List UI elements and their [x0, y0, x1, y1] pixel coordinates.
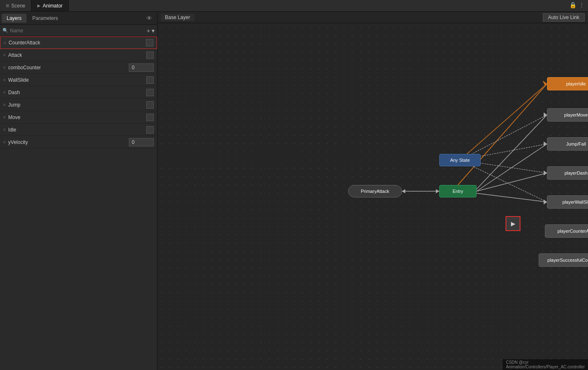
drag-handle: ≡ — [3, 115, 6, 119]
left-panel: Layers Parameters 👁 🔍 + ▾ ≡ CounterAttac… — [0, 12, 157, 370]
svg-line-6 — [477, 144, 547, 191]
svg-marker-7 — [544, 141, 547, 146]
svg-marker-9 — [544, 170, 547, 175]
node-player-counter-attack[interactable]: playerCounterAttack — [545, 224, 588, 238]
svg-line-0 — [458, 84, 547, 185]
param-move[interactable]: ≡ Move — [0, 111, 157, 124]
layers-tab[interactable]: Layers — [2, 14, 27, 23]
window-controls: 🔒 ⋮ — [569, 2, 585, 8]
arrow-icon-left: ▶ — [511, 220, 515, 227]
node-player-dash[interactable]: playerDash — [547, 166, 588, 180]
main-layout: Layers Parameters 👁 🔍 + ▾ ≡ CounterAttac… — [0, 12, 588, 370]
param-bool-value[interactable] — [146, 89, 154, 96]
param-y-velocity[interactable]: ≡ yVelocity 0 — [0, 136, 157, 148]
animator-tab[interactable]: ▶ Animator — [31, 0, 69, 11]
footer: CSDN @cyr Animation/Controllers/Player_A… — [503, 359, 588, 370]
auto-live-link-button[interactable]: Auto Live Link — [543, 13, 585, 22]
param-bool-value[interactable] — [146, 76, 154, 84]
node-entry[interactable]: Entry — [439, 185, 477, 197]
svg-line-10 — [477, 193, 547, 202]
param-jump[interactable]: ≡ Jump — [0, 99, 157, 111]
param-int-value[interactable]: 0 — [129, 63, 154, 72]
drag-handle: ≡ — [3, 65, 6, 70]
param-name: Move — [8, 114, 146, 120]
panel-tabs-left: Layers Parameters — [2, 14, 63, 23]
node-any-state[interactable]: Any State — [439, 154, 481, 166]
drag-handle: ≡ — [3, 102, 6, 107]
animator-tab-label: Animator — [43, 3, 63, 9]
param-idle[interactable]: ≡ Idle — [0, 124, 157, 136]
drag-handle: ≡ — [3, 127, 6, 132]
param-name: CounterAttack — [9, 40, 146, 46]
scene-icon: ⊞ — [6, 3, 9, 8]
footer-credit: CSDN @cyr — [506, 360, 529, 365]
svg-line-2 — [460, 84, 547, 160]
svg-line-8 — [477, 173, 547, 191]
canvas-toolbar: Base Layer Auto Live Link — [157, 12, 588, 23]
right-panel: Base Layer Auto Live Link — [157, 12, 588, 370]
svg-marker-5 — [544, 112, 547, 117]
svg-marker-1 — [543, 80, 547, 85]
param-combo-counter[interactable]: ≡ comboCounter 0 — [0, 61, 157, 74]
param-name: Dash — [8, 90, 146, 95]
search-input[interactable] — [10, 28, 145, 34]
svg-marker-23 — [402, 189, 405, 193]
parameters-tab[interactable]: Parameters — [27, 14, 63, 23]
svg-marker-22 — [436, 189, 439, 193]
lock-icon[interactable]: 🔒 — [569, 2, 576, 8]
add-button[interactable]: + ▾ — [147, 27, 155, 34]
animator-canvas[interactable]: playerIdle playerMove Jump/Fall playerDa… — [157, 23, 588, 370]
param-name: comboCounter — [8, 65, 129, 71]
drag-handle: ≡ — [4, 41, 6, 45]
node-primary-attack[interactable]: PrimaryAttack — [348, 185, 402, 197]
node-jump-fall[interactable]: Jump/Fall — [547, 137, 588, 151]
drag-handle: ≡ — [3, 53, 6, 57]
node-player-move[interactable]: playerMove — [547, 108, 588, 122]
param-name: Jump — [8, 102, 146, 108]
param-bool-value[interactable] — [146, 101, 154, 109]
search-icon: 🔍 — [2, 28, 8, 33]
node-player-wall-slide[interactable]: playerWallSlide — [547, 195, 588, 209]
breadcrumb-base-layer[interactable]: Base Layer — [161, 14, 194, 21]
svg-marker-11 — [544, 200, 547, 204]
drag-handle: ≡ — [3, 140, 6, 144]
param-dash[interactable]: ≡ Dash — [0, 86, 157, 99]
param-name: Attack — [8, 52, 146, 58]
param-counter-attack[interactable]: ≡ CounterAttack — [0, 37, 157, 49]
svg-line-4 — [477, 115, 547, 189]
param-bool-value[interactable] — [146, 51, 154, 59]
drag-handle: ≡ — [3, 90, 6, 95]
drag-handle: ≡ — [3, 78, 6, 82]
search-row: 🔍 + ▾ — [0, 25, 157, 37]
top-bar: ⊞ Scene ▶ Animator 🔒 ⋮ — [0, 0, 588, 12]
panel-tabs: Layers Parameters 👁 — [0, 12, 157, 25]
animator-icon: ▶ — [37, 3, 41, 8]
node-player-successful-counter-attack[interactable]: playerSuccessfulCounterAttack — [539, 253, 588, 267]
param-attack[interactable]: ≡ Attack — [0, 49, 157, 61]
param-name: yVelocity — [8, 139, 129, 145]
svg-marker-3 — [543, 81, 547, 86]
param-name: WallSlide — [8, 77, 146, 83]
svg-line-24 — [460, 115, 547, 160]
parameter-list: ≡ CounterAttack ≡ Attack ≡ comboCounter … — [0, 37, 157, 370]
eye-icon[interactable]: 👁 — [146, 15, 155, 22]
scene-tab[interactable]: ⊞ Scene — [0, 0, 31, 11]
param-name: Idle — [8, 127, 146, 133]
red-box-left[interactable]: ▶ — [506, 216, 520, 231]
param-bool-value[interactable] — [146, 114, 154, 121]
more-icon[interactable]: ⋮ — [579, 2, 585, 8]
param-bool-value[interactable] — [146, 126, 154, 134]
scene-tab-label: Scene — [11, 3, 25, 9]
footer-path: Animation/Controllers/Player_AC.controll… — [506, 365, 585, 369]
param-wall-slide[interactable]: ≡ WallSlide — [0, 74, 157, 86]
param-bool-value[interactable] — [146, 39, 153, 46]
node-player-idle[interactable]: playerIdle — [547, 77, 588, 90]
param-int-value[interactable]: 0 — [129, 138, 154, 146]
